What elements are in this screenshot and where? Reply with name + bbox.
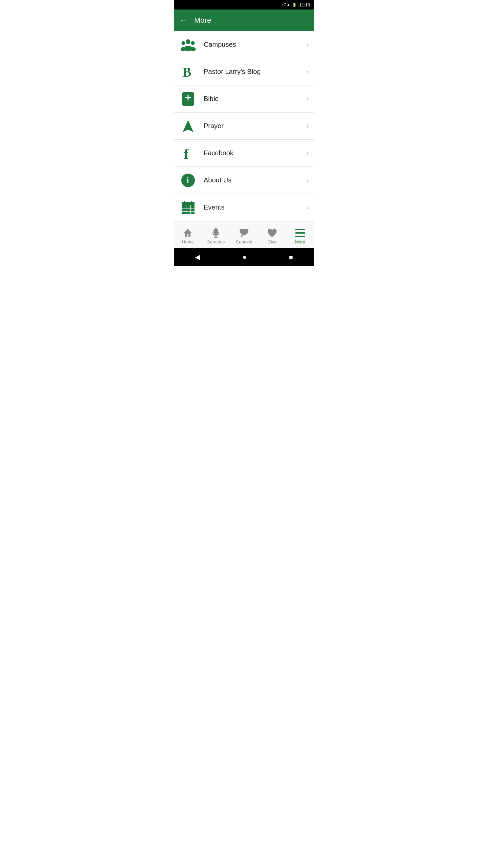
prayer-chevron: › xyxy=(306,122,309,131)
sys-home-button[interactable]: ● xyxy=(242,253,246,261)
system-nav-bar: ◀ ● ■ xyxy=(174,248,314,266)
svg-rect-23 xyxy=(186,232,189,233)
menu-list: Campuses › B Pastor Larry's Blog › Bible… xyxy=(174,31,314,221)
time-display: 11:18 xyxy=(299,2,310,7)
menu-item-about[interactable]: i About Us › xyxy=(174,167,314,194)
events-label: Events xyxy=(204,203,306,211)
facebook-label: Facebook xyxy=(204,149,306,157)
more-nav-label: More xyxy=(295,239,305,244)
blog-chevron: › xyxy=(306,67,309,76)
nav-item-connect[interactable]: Connect xyxy=(230,225,258,244)
give-nav-icon xyxy=(267,228,277,238)
events-icon xyxy=(179,199,197,216)
status-bar: 4G▲ 🔋 11:18 xyxy=(174,0,314,9)
connect-nav-icon xyxy=(239,228,249,238)
svg-point-0 xyxy=(186,39,190,44)
give-nav-label: Give xyxy=(267,239,277,244)
svg-text:i: i xyxy=(187,176,189,185)
campuses-chevron: › xyxy=(306,40,309,49)
blog-label: Pastor Larry's Blog xyxy=(204,68,306,76)
svg-point-5 xyxy=(191,47,196,51)
svg-point-2 xyxy=(191,41,195,45)
menu-item-events[interactable]: Events › xyxy=(174,194,314,221)
svg-rect-25 xyxy=(187,230,188,231)
nav-item-more[interactable]: More xyxy=(286,225,314,244)
facebook-icon: f xyxy=(179,144,197,162)
prayer-icon xyxy=(179,117,197,135)
prayer-label: Prayer xyxy=(204,122,306,130)
about-label: About Us xyxy=(204,176,306,184)
svg-rect-32 xyxy=(295,236,305,237)
sermons-nav-icon xyxy=(211,228,221,238)
about-chevron: › xyxy=(306,176,309,185)
menu-item-bible[interactable]: Bible › xyxy=(174,85,314,113)
battery-icon: 🔋 xyxy=(292,3,297,7)
svg-text:B: B xyxy=(182,64,191,79)
bottom-nav: Home Sermons Connect Gi xyxy=(174,221,314,248)
connect-nav-label: Connect xyxy=(236,239,252,244)
nav-item-sermons[interactable]: Sermons xyxy=(202,225,230,244)
svg-point-4 xyxy=(181,47,186,51)
page-title: More xyxy=(194,16,211,25)
menu-item-blog[interactable]: B Pastor Larry's Blog › xyxy=(174,58,314,85)
nav-item-give[interactable]: Give xyxy=(258,225,286,244)
bible-label: Bible xyxy=(204,95,306,103)
home-nav-icon xyxy=(183,228,193,238)
svg-marker-10 xyxy=(183,120,194,132)
svg-point-26 xyxy=(214,228,218,235)
svg-marker-29 xyxy=(241,235,244,237)
campuses-label: Campuses xyxy=(204,41,306,48)
signal-icon: 4G▲ xyxy=(282,3,290,7)
more-nav-icon xyxy=(295,228,305,238)
nav-item-home[interactable]: Home xyxy=(174,225,202,244)
menu-item-prayer[interactable]: Prayer › xyxy=(174,113,314,140)
menu-item-campuses[interactable]: Campuses › xyxy=(174,31,314,58)
facebook-chevron: › xyxy=(306,149,309,158)
sys-recent-button[interactable]: ■ xyxy=(289,253,293,261)
campuses-icon xyxy=(179,36,197,54)
back-button[interactable]: ← xyxy=(179,16,187,24)
svg-rect-31 xyxy=(295,232,305,234)
menu-item-facebook[interactable]: f Facebook › xyxy=(174,140,314,167)
bible-icon xyxy=(179,90,197,108)
sermons-nav-label: Sermons xyxy=(207,239,225,244)
events-chevron: › xyxy=(306,203,309,212)
svg-rect-15 xyxy=(182,202,195,205)
sys-back-button[interactable]: ◀ xyxy=(195,253,200,261)
svg-rect-30 xyxy=(295,229,305,230)
bible-chevron: › xyxy=(306,95,309,103)
blog-icon: B xyxy=(179,63,197,81)
about-icon: i xyxy=(179,172,197,189)
header: ← More xyxy=(174,9,314,31)
home-nav-label: Home xyxy=(182,239,194,244)
svg-text:f: f xyxy=(184,146,189,161)
svg-point-1 xyxy=(182,41,185,45)
